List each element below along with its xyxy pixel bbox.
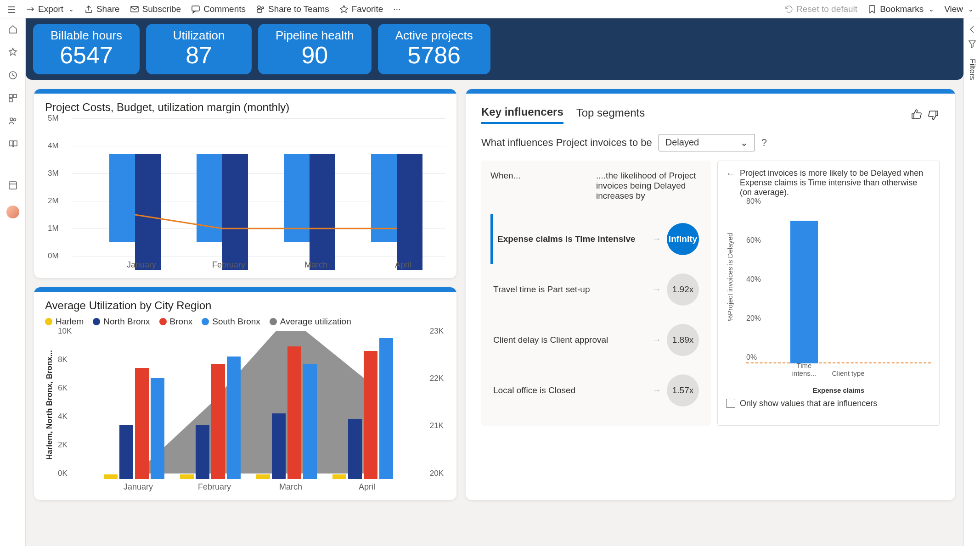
bar: [151, 378, 164, 479]
bar: [348, 419, 362, 479]
thumbs-up-icon[interactable]: [910, 108, 923, 121]
influencer-name: Local office is Closed: [493, 385, 647, 396]
nav-apps[interactable]: [7, 93, 18, 104]
y-tick: 8K: [58, 355, 68, 364]
only-show-influencers-toggle[interactable]: Only show values that are influencers: [726, 399, 931, 408]
influencer-name: Expense claims is Time intensive: [497, 234, 647, 244]
kpi-label: Utilization: [163, 28, 234, 43]
col-likelihood: ....the likelihood of Project invoices b…: [596, 171, 702, 201]
chart-card-avg-utilization[interactable]: Average Utilization by City Region Harle…: [34, 287, 456, 500]
comments-button[interactable]: Comments: [191, 4, 246, 14]
question-text: What influences Project invoices to be: [481, 137, 652, 149]
y-tick: 60%: [746, 236, 761, 245]
bar: [104, 474, 118, 479]
share-teams-button[interactable]: Share to Teams: [256, 4, 329, 14]
bar: [197, 154, 222, 242]
svg-rect-3: [257, 9, 262, 12]
y-tick: 10K: [58, 327, 72, 336]
export-button[interactable]: Export⌄: [26, 4, 74, 14]
nav-favorites[interactable]: [7, 47, 18, 58]
help-icon[interactable]: ?: [761, 137, 767, 149]
x-tick: April: [376, 260, 431, 270]
kpi-card-active-projects[interactable]: Active projects 5786: [378, 24, 490, 74]
menu-button[interactable]: [6, 5, 16, 14]
y-tick: 1M: [48, 224, 59, 233]
kpi-label: Active projects: [395, 28, 473, 43]
kpi-card-utilization[interactable]: Utilization 87: [146, 24, 252, 74]
col-when: When...: [490, 171, 520, 201]
view-button[interactable]: View⌄: [944, 4, 974, 14]
tab-top-segments[interactable]: Top segments: [576, 106, 645, 123]
y-tick: 0%: [746, 353, 757, 362]
tab-key-influencers[interactable]: Key influencers: [481, 106, 563, 124]
chart-card-project-costs[interactable]: Project Costs, Budget, utilization margi…: [34, 89, 456, 278]
y-tick-right: 23K: [430, 327, 444, 336]
influencer-row[interactable]: Expense claims is Time intensive→Infinit…: [490, 214, 702, 264]
reset-button[interactable]: Reset to default: [784, 4, 857, 14]
influencer-name: Client delay is Client approval: [493, 335, 647, 345]
legend-item[interactable]: Bronx: [159, 317, 193, 327]
chart-title: Project Costs, Budget, utilization margi…: [45, 101, 445, 114]
influencer-row[interactable]: Local office is Closed→1.57x: [490, 365, 702, 416]
user-avatar[interactable]: [6, 206, 19, 218]
chevron-down-icon: ⌄: [740, 137, 748, 148]
bookmark-icon: [867, 5, 877, 14]
bar: [371, 154, 397, 242]
favorite-button[interactable]: Favorite: [339, 4, 383, 14]
nav-home[interactable]: [7, 24, 18, 35]
kpi-card-billable-hours[interactable]: Billable hours 6547: [33, 24, 140, 74]
influencer-row[interactable]: Client delay is Client approval→1.89x: [490, 315, 702, 365]
kpi-card-pipeline-health[interactable]: Pipeline health 90: [258, 24, 372, 74]
x-tick: April: [342, 482, 392, 492]
people-icon: [8, 116, 18, 126]
nav-workspaces[interactable]: [7, 180, 18, 191]
nav-shared[interactable]: [7, 116, 18, 127]
influencer-tabs: Key influencers Top segments: [481, 106, 940, 124]
legend-item[interactable]: South Bronx: [202, 317, 260, 327]
key-influencers-card[interactable]: Key influencers Top segments What influe…: [466, 89, 955, 500]
export-label: Export: [38, 4, 63, 14]
clock-icon: [8, 70, 18, 80]
svg-point-4: [262, 7, 264, 9]
chart2-legend: HarlemNorth BronxBronxSouth BronxAverage…: [45, 317, 445, 327]
legend-item[interactable]: Average utilization: [270, 317, 351, 327]
workspace-icon: [8, 180, 18, 190]
bar: [332, 474, 346, 479]
legend-item[interactable]: Harlem: [45, 317, 84, 327]
mini-xlabel: Expense claims: [746, 386, 931, 394]
kpi-value: 6547: [51, 43, 122, 68]
star-icon: [339, 5, 349, 14]
thumbs-down-icon[interactable]: [927, 108, 940, 121]
bar: [180, 474, 194, 479]
share-icon: [84, 5, 93, 14]
subscribe-label: Subscribe: [142, 4, 181, 14]
filters-pane-collapsed[interactable]: Filters: [963, 18, 980, 546]
nav-recent[interactable]: [7, 70, 18, 81]
bookmarks-button[interactable]: Bookmarks⌄: [867, 4, 934, 14]
kpi-value: 5786: [395, 43, 473, 68]
y-tick: 4M: [48, 141, 59, 150]
dropdown-value: Delayed: [665, 137, 699, 148]
svg-rect-6: [9, 95, 12, 98]
bar: [109, 154, 135, 242]
outcome-dropdown[interactable]: Delayed ⌄: [659, 134, 755, 151]
share-button[interactable]: Share: [84, 4, 120, 14]
reset-icon: [784, 5, 793, 14]
share-label: Share: [96, 4, 120, 14]
view-label: View: [944, 4, 963, 14]
svg-rect-8: [9, 99, 12, 102]
legend-item[interactable]: North Bronx: [93, 317, 150, 327]
back-arrow-icon[interactable]: ←: [726, 168, 735, 197]
filters-label: Filters: [968, 59, 977, 80]
y-tick: 5M: [48, 114, 59, 123]
y-tick: 80%: [746, 197, 761, 206]
subscribe-button[interactable]: Subscribe: [130, 4, 181, 14]
kpi-value: 90: [276, 43, 354, 68]
nav-learn[interactable]: [7, 139, 18, 150]
only-show-label: Only show values that are influencers: [740, 399, 877, 408]
reset-label: Reset to default: [796, 4, 857, 14]
mini-ylabel: %Project invoices is Delayed: [726, 233, 734, 321]
y-tick: 20%: [746, 314, 761, 323]
influencer-row[interactable]: Travel time is Part set-up→1.92x: [490, 264, 702, 315]
more-button[interactable]: ···: [393, 4, 400, 14]
